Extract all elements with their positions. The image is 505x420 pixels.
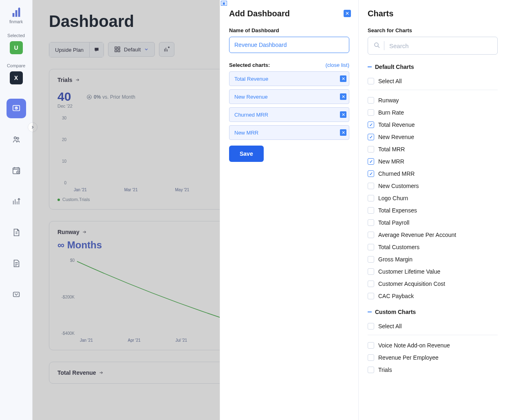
runway-line	[69, 258, 240, 336]
close-modal-button[interactable]: ✕	[344, 10, 351, 17]
chart-option[interactable]: New Customers	[368, 180, 498, 192]
chart-option[interactable]: Runway	[368, 94, 498, 106]
svg-rect-6	[13, 292, 19, 297]
chart-option-label: Gross Margin	[378, 256, 412, 263]
checkbox[interactable]	[368, 232, 374, 238]
checkbox[interactable]	[368, 109, 374, 116]
chart-option-label: Total Revenue	[378, 122, 415, 128]
checkbox[interactable]	[368, 134, 374, 140]
brand-logo: finmark	[6, 7, 26, 24]
chart-search-input[interactable]	[368, 37, 498, 55]
checkbox[interactable]	[368, 342, 374, 349]
chart-option[interactable]: Voice Note Add-on Revenue	[368, 339, 498, 351]
edit-dashboard-button[interactable]	[159, 42, 174, 57]
nav-people-icon[interactable]	[7, 130, 26, 149]
nav-growth-icon[interactable]	[7, 192, 26, 211]
chart-option[interactable]: New MRR	[368, 155, 498, 168]
chart-option[interactable]: New Revenue	[368, 131, 498, 143]
checkbox[interactable]	[368, 293, 374, 299]
checkbox[interactable]	[368, 281, 374, 287]
remove-chart-button[interactable]: ✕	[340, 129, 346, 136]
chart-option-label: Logo Churn	[378, 195, 408, 201]
nav-invoice-icon[interactable]	[7, 223, 26, 242]
chart-option-label: Total Payroll	[378, 219, 409, 226]
save-button[interactable]: Save	[229, 146, 264, 162]
chart-option[interactable]: Customer Lifetime Value	[368, 265, 498, 278]
chart-option-label: Customer Acquisition Cost	[378, 281, 445, 287]
plan-comment-button[interactable]	[90, 42, 104, 57]
checkbox[interactable]	[368, 268, 374, 275]
plan-selector[interactable]: Upside Plan	[49, 42, 90, 57]
checkbox[interactable]	[368, 195, 374, 201]
checkbox[interactable]	[368, 207, 374, 214]
selected-chart-pill[interactable]: Churned MRR✕	[229, 107, 349, 122]
view-selector[interactable]: Default	[108, 42, 155, 57]
nav-function-icon[interactable]	[7, 285, 26, 304]
selected-chart-pill[interactable]: New MRR✕	[229, 125, 349, 140]
chart-option-label: Total Expenses	[378, 207, 417, 214]
grid-icon	[114, 46, 121, 53]
nav-report-icon[interactable]	[7, 254, 26, 273]
chart-option-label: New MRR	[378, 158, 404, 165]
edit-icon	[163, 46, 170, 53]
checkbox[interactable]	[368, 158, 374, 165]
collapse-icon	[368, 312, 372, 313]
nav-calendar-money-icon[interactable]	[7, 161, 26, 180]
selected-plan-chip[interactable]: U	[10, 41, 23, 54]
svg-rect-9	[115, 50, 117, 52]
checkbox[interactable]	[368, 219, 374, 226]
chart-option[interactable]: Customer Acquisition Cost	[368, 278, 498, 290]
svg-point-11	[87, 95, 92, 99]
trials-date: Dec '22	[57, 104, 73, 108]
chart-option-label: Burn Rate	[378, 109, 404, 116]
checkbox[interactable]	[368, 146, 374, 153]
chart-option[interactable]: Logo Churn	[368, 192, 498, 204]
chart-option[interactable]: Total Expenses	[368, 204, 498, 217]
svg-rect-8	[118, 47, 120, 49]
checkbox[interactable]	[368, 183, 374, 189]
svg-point-2	[14, 137, 16, 139]
checkbox[interactable]	[368, 256, 374, 263]
chart-option-label: Runway	[378, 97, 399, 104]
remove-chart-button[interactable]: ✕	[340, 111, 346, 118]
selected-chart-pill[interactable]: New Revenue✕	[229, 89, 349, 104]
name-label: Name of Dashboard	[229, 27, 349, 33]
chevron-down-icon	[144, 47, 149, 52]
selected-chart-pill[interactable]: Total Revenue✕	[229, 71, 349, 86]
chart-option[interactable]: Burn Rate	[368, 106, 498, 119]
checkbox[interactable]	[368, 170, 374, 177]
trials-kpi-vs: vs. Prior Month	[102, 94, 135, 100]
chart-option[interactable]: Average Revenue Per Account	[368, 229, 498, 241]
chart-option[interactable]: Gross Margin	[368, 253, 498, 265]
close-list-link[interactable]: (close list)	[325, 62, 349, 68]
chart-option[interactable]: CAC Payback	[368, 290, 498, 302]
checkbox[interactable]	[368, 244, 374, 250]
chart-option-label: Trials	[378, 367, 392, 373]
chart-option-label: Revenue Per Employee	[378, 354, 439, 361]
remove-chart-button[interactable]: ✕	[340, 75, 346, 82]
rail-selected-label: Selected	[7, 33, 25, 38]
chart-option[interactable]: Total Revenue	[368, 119, 498, 131]
chart-option[interactable]: Total MRR	[368, 143, 498, 155]
checkbox[interactable]	[368, 97, 374, 104]
checkbox[interactable]	[368, 122, 374, 128]
checkbox[interactable]	[368, 354, 374, 361]
arrow-right-icon	[99, 370, 104, 375]
nav-dashboard-icon[interactable]	[7, 99, 26, 118]
select-all-default[interactable]: Select All	[368, 75, 498, 87]
custom-charts-header[interactable]: Custom Charts	[368, 309, 498, 315]
chart-option[interactable]: Total Customers	[368, 241, 498, 253]
default-charts-header[interactable]: Default Charts	[368, 64, 498, 70]
search-label: Search for Charts	[368, 27, 498, 33]
chart-option[interactable]: Churned MRR	[368, 168, 498, 180]
compare-plan-chip[interactable]: X	[10, 71, 23, 84]
chart-option[interactable]: Total Payroll	[368, 217, 498, 229]
chart-option[interactable]: Trials	[368, 364, 498, 376]
select-all-custom[interactable]: Select All	[368, 320, 498, 332]
remove-chart-button[interactable]: ✕	[340, 93, 346, 100]
dashboard-name-input[interactable]	[229, 37, 349, 53]
chart-option[interactable]: Revenue Per Employee	[368, 351, 498, 364]
pill-label: New Revenue	[234, 94, 268, 100]
checkbox[interactable]	[368, 367, 374, 373]
chart-option-label: Voice Note Add-on Revenue	[378, 342, 450, 349]
